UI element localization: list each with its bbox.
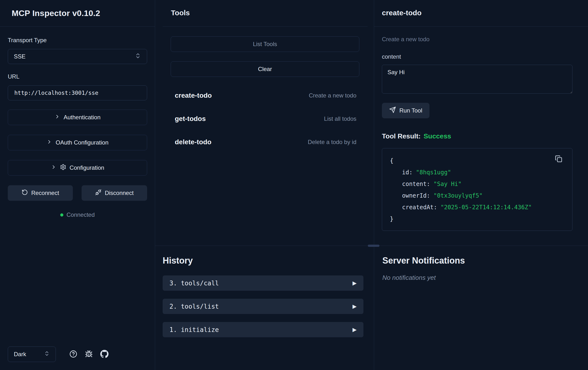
content-field-label: content bbox=[382, 53, 572, 60]
debug-button[interactable] bbox=[81, 347, 97, 362]
json-open-brace: { bbox=[390, 157, 393, 164]
url-label: URL bbox=[8, 73, 147, 80]
connection-status: Connected bbox=[8, 211, 147, 218]
history-title: History bbox=[163, 256, 363, 266]
send-icon bbox=[389, 106, 396, 115]
tools-header: Tools bbox=[163, 0, 368, 27]
sidebar-body: Transport Type SSE URL Authentication bbox=[0, 27, 155, 218]
json-value: "8hqs1ugg" bbox=[416, 169, 451, 176]
oauth-configuration-toggle[interactable]: OAuth Configuration bbox=[8, 135, 147, 150]
help-button[interactable] bbox=[65, 347, 81, 362]
json-key: createdAt: bbox=[402, 204, 437, 211]
tools-panel: Tools List Tools Clear create-todo Creat… bbox=[155, 0, 374, 246]
chevron-right-icon bbox=[51, 164, 57, 171]
tool-detail-panel: create-todo Create a new todo content Sa… bbox=[374, 0, 588, 246]
tool-result-status: Success bbox=[424, 132, 451, 140]
server-notifications-panel: Server Notifications No notifications ye… bbox=[374, 246, 588, 370]
sidebar: MCP Inspector v0.10.2 Transport Type SSE… bbox=[0, 0, 155, 370]
reconnect-button[interactable]: Reconnect bbox=[8, 185, 73, 201]
tool-detail-header: create-todo bbox=[374, 0, 588, 27]
json-key: ownerId: bbox=[402, 192, 430, 199]
transport-type-select[interactable]: SSE bbox=[8, 49, 147, 64]
history-panel: History 3. tools/call ▶ 2. tools/list ▶ … bbox=[155, 246, 374, 370]
tool-description: List all todos bbox=[324, 115, 357, 122]
configuration-toggle[interactable]: Configuration bbox=[8, 160, 147, 176]
github-icon bbox=[100, 350, 108, 359]
content-textarea[interactable]: Say Hi bbox=[382, 65, 572, 94]
json-value: "Say Hi" bbox=[434, 181, 462, 187]
chevron-right-icon bbox=[46, 139, 52, 146]
history-item-tools-call[interactable]: 3. tools/call ▶ bbox=[163, 275, 363, 291]
copy-icon bbox=[555, 155, 562, 163]
authentication-label: Authentication bbox=[63, 114, 101, 121]
no-notifications-text: No notifications yet bbox=[382, 274, 588, 281]
tool-name: delete-todo bbox=[175, 138, 211, 146]
tool-result-label: Tool Result: bbox=[382, 132, 421, 140]
gear-icon bbox=[60, 164, 66, 172]
json-value: "2025-05-22T14:12:14.436Z" bbox=[441, 204, 532, 211]
help-circle-icon bbox=[69, 350, 77, 359]
json-key: content: bbox=[402, 181, 430, 187]
bug-icon bbox=[85, 350, 93, 359]
app-title: MCP Inspector v0.10.2 bbox=[12, 9, 100, 18]
theme-value: Dark bbox=[14, 351, 26, 358]
authentication-toggle[interactable]: Authentication bbox=[8, 110, 147, 125]
sidebar-header: MCP Inspector v0.10.2 bbox=[0, 0, 155, 27]
chevrons-up-down-icon bbox=[44, 350, 50, 358]
tool-name: create-todo bbox=[175, 92, 212, 100]
expand-icon[interactable]: ▶ bbox=[353, 280, 357, 286]
sidebar-footer: Dark bbox=[8, 347, 112, 362]
theme-select[interactable]: Dark bbox=[8, 347, 56, 362]
history-list: 3. tools/call ▶ 2. tools/list ▶ 1. initi… bbox=[163, 275, 363, 337]
tool-row-delete-todo[interactable]: delete-todo Delete a todo by id bbox=[155, 130, 374, 154]
json-key: id: bbox=[402, 169, 412, 176]
history-item-initialize[interactable]: 1. initialize ▶ bbox=[163, 322, 363, 337]
connected-dot-icon bbox=[60, 213, 63, 217]
history-item-label: 3. tools/call bbox=[169, 280, 219, 287]
clear-button[interactable]: Clear bbox=[171, 61, 359, 77]
result-json-block: { id: "8hqs1ugg" content: "Say Hi" owner… bbox=[382, 148, 572, 231]
configuration-label: Configuration bbox=[70, 164, 105, 171]
github-button[interactable] bbox=[97, 347, 112, 362]
list-tools-button[interactable]: List Tools bbox=[171, 36, 359, 52]
json-value: "0tx3ouylyqf5" bbox=[434, 192, 483, 199]
expand-icon[interactable]: ▶ bbox=[353, 327, 357, 333]
history-item-label: 1. initialize bbox=[169, 326, 219, 333]
tools-title: Tools bbox=[171, 9, 190, 17]
reconnect-label: Reconnect bbox=[31, 190, 59, 196]
history-item-label: 2. tools/list bbox=[169, 303, 219, 310]
copy-button[interactable] bbox=[553, 154, 564, 164]
connection-status-text: Connected bbox=[66, 211, 95, 218]
tool-row-create-todo[interactable]: create-todo Create a new todo bbox=[155, 84, 374, 107]
tool-list: create-todo Create a new todo get-todos … bbox=[155, 84, 374, 154]
history-item-tools-list[interactable]: 2. tools/list ▶ bbox=[163, 299, 363, 314]
chevrons-up-down-icon bbox=[135, 53, 141, 60]
url-input[interactable] bbox=[8, 85, 147, 100]
disconnect-label: Disconnect bbox=[105, 190, 134, 196]
selected-tool-title: create-todo bbox=[382, 9, 421, 17]
main-area: Tools List Tools Clear create-todo Creat… bbox=[155, 0, 588, 370]
transport-type-value: SSE bbox=[14, 53, 25, 60]
unplug-icon bbox=[95, 189, 102, 197]
json-close-brace: } bbox=[390, 216, 393, 222]
run-tool-button[interactable]: Run Tool bbox=[382, 103, 430, 118]
selected-tool-subtitle: Create a new todo bbox=[382, 36, 572, 43]
expand-icon[interactable]: ▶ bbox=[353, 303, 357, 310]
oauth-configuration-label: OAuth Configuration bbox=[56, 139, 108, 146]
splitter-drag-handle[interactable] bbox=[368, 245, 379, 247]
tool-description: Create a new todo bbox=[309, 92, 357, 99]
tool-name: get-todos bbox=[175, 115, 206, 123]
transport-type-label: Transport Type bbox=[8, 37, 147, 44]
tool-row-get-todos[interactable]: get-todos List all todos bbox=[155, 107, 374, 130]
tool-description: Delete a todo by id bbox=[308, 139, 357, 145]
server-notifications-title: Server Notifications bbox=[382, 256, 588, 266]
disconnect-button[interactable]: Disconnect bbox=[82, 185, 147, 201]
rotate-ccw-icon bbox=[21, 189, 28, 197]
chevron-right-icon bbox=[54, 114, 60, 121]
app-root: MCP Inspector v0.10.2 Transport Type SSE… bbox=[0, 0, 588, 370]
run-tool-label: Run Tool bbox=[399, 107, 422, 114]
